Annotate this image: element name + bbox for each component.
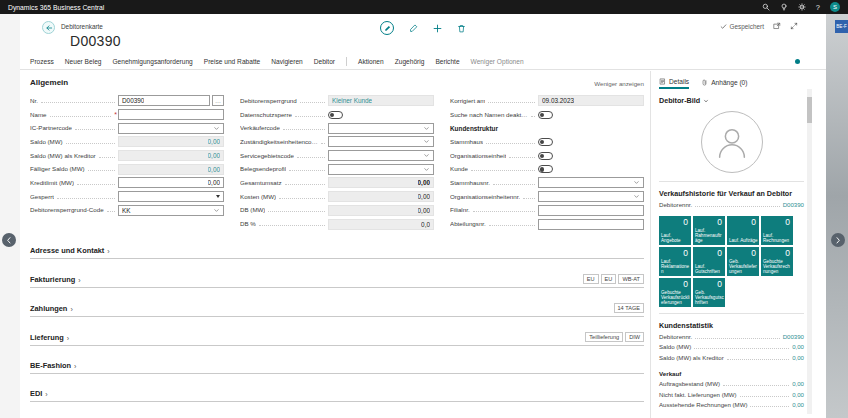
fasttab-general-title[interactable]: Allgemein bbox=[30, 78, 68, 87]
stat-value[interactable]: 0,00 bbox=[792, 391, 804, 398]
cue-tile-lauf-reklamationen[interactable]: 0Lauf. Reklamationen bbox=[659, 247, 691, 276]
stat-value[interactable]: 0,00 bbox=[792, 380, 804, 387]
zustandigkeitseinheitencode-select[interactable] bbox=[328, 136, 434, 147]
ribbon-more-options[interactable]: Weniger Optionen bbox=[471, 58, 524, 65]
cue-count: 0 bbox=[683, 279, 688, 289]
show-less-link[interactable]: Weniger anzeigen bbox=[594, 80, 644, 87]
field-db-mw: DB (MW)0,00 bbox=[240, 204, 434, 218]
ribbon-tab-genehmigungsanforderung[interactable]: Genehmigungsanforderung bbox=[112, 58, 192, 65]
fasttab-be-fashion[interactable]: BE-Fashion› bbox=[30, 361, 644, 374]
cue-tile-geb-verkaufslieferungen[interactable]: 0Geb. Verkaufslieferungen bbox=[727, 247, 759, 276]
personalize-dot-icon[interactable] bbox=[795, 59, 800, 64]
app-window: Dynamics 365 Business Central ? S BE-F D… bbox=[0, 0, 848, 418]
cue-tile-lauf-auftrage[interactable]: 0Lauf. Aufträge bbox=[727, 216, 759, 245]
filialnr-input[interactable] bbox=[538, 205, 644, 216]
fasttab-summary-badge: WB-AT bbox=[618, 274, 644, 284]
servicegebietscode-select[interactable] bbox=[328, 150, 434, 161]
settings-gear-icon[interactable] bbox=[798, 3, 806, 11]
stammhausnr-select[interactable] bbox=[538, 177, 644, 188]
field-gesperrt: Gesperrt bbox=[30, 190, 224, 204]
ic-partnercode-select[interactable] bbox=[118, 123, 224, 134]
cue-tile-lauf-gutschriften[interactable]: 0Lauf. Gutschriften bbox=[693, 247, 725, 276]
suche-nach-namen-deaktivieren-toggle[interactable] bbox=[538, 111, 553, 119]
belegsendeprofil-select[interactable] bbox=[328, 164, 434, 175]
customer-picture-placeholder[interactable] bbox=[701, 111, 763, 173]
fasttab-title: Zahlungen bbox=[30, 304, 67, 313]
fasttab-edi[interactable]: EDI› bbox=[30, 389, 644, 402]
abteilungsnr-input[interactable] bbox=[538, 219, 644, 230]
stat-value[interactable]: D00390 bbox=[783, 333, 804, 340]
factbox-tab-details[interactable]: Details bbox=[659, 75, 689, 89]
stat-value[interactable]: 0,00 bbox=[792, 401, 804, 408]
nr-assist-button[interactable]: … bbox=[212, 95, 224, 106]
ribbon-tab-prozess[interactable]: Prozess bbox=[30, 58, 54, 65]
ribbon-tab-neuer-beleg[interactable]: Neuer Beleg bbox=[65, 58, 102, 65]
expand-icon[interactable] bbox=[790, 22, 798, 30]
organisationseinheitennr-select[interactable] bbox=[538, 191, 644, 202]
field-belegsendeprofil: Belegsendeprofil bbox=[240, 162, 434, 176]
kunde-toggle[interactable] bbox=[538, 165, 553, 173]
stammhaus-toggle[interactable] bbox=[538, 138, 553, 146]
name-input[interactable] bbox=[118, 109, 224, 120]
cue-tile-lauf-angebote[interactable]: 0Lauf. Angebote bbox=[659, 216, 691, 245]
cue-label: Lauf. Reklamationen bbox=[661, 259, 690, 275]
kreditlimit-mw-input[interactable]: 0,00 bbox=[118, 177, 224, 188]
tell-me-lightbulb-icon[interactable] bbox=[780, 3, 788, 11]
ribbon-tab-debitor[interactable]: Debitor bbox=[314, 58, 335, 65]
sales-history-title[interactable]: Verkaufshistorie für Verkauf an Debitor bbox=[659, 189, 804, 198]
back-button[interactable] bbox=[42, 21, 55, 34]
next-record-button[interactable] bbox=[831, 233, 845, 247]
ribbon-tab-berichte[interactable]: Berichte bbox=[435, 58, 459, 65]
previous-record-button[interactable] bbox=[2, 233, 16, 247]
factbox-scrollbar[interactable] bbox=[807, 89, 812, 414]
right-gutter bbox=[826, 14, 848, 418]
search-icon[interactable] bbox=[762, 3, 770, 11]
history-customer-no-value[interactable]: D00390 bbox=[783, 201, 804, 208]
fasttab-lieferung[interactable]: Lieferung›TeillieferungDIW bbox=[30, 332, 644, 346]
fasttab-title: EDI bbox=[30, 389, 42, 398]
fasttab-zahlungen[interactable]: Zahlungen›14 TAGE bbox=[30, 303, 644, 317]
edit-mode-button[interactable] bbox=[380, 21, 394, 35]
stat-row-saldo-mw: Saldo (MW)0,00 bbox=[659, 343, 804, 354]
cue-tile-gebuchte-verkaufsrechnungen[interactable]: 0Gebuchte Verkaufsrechnungen bbox=[761, 247, 793, 276]
gesperrt-select[interactable] bbox=[118, 191, 224, 202]
fasttab-fakturierung[interactable]: Fakturierung›EUEUWB-AT bbox=[30, 274, 644, 288]
field-label-gesperrt: Gesperrt bbox=[30, 193, 118, 201]
stat-label: Nicht fakt. Lieferungen (MW) bbox=[659, 391, 737, 398]
cue-tile-geb-verkaufsgutschriften[interactable]: 0Geb. Verkaufsgutschriften bbox=[693, 278, 725, 307]
ribbon-tab-navigieren[interactable]: Navigieren bbox=[271, 58, 303, 65]
nr-input[interactable]: D00390 bbox=[118, 95, 210, 106]
cue-tile-gebuchte-verkaufsrucklieferungen[interactable]: 0Gebuchte Verkaufsrücklieferungen bbox=[659, 278, 691, 307]
main-column: Allgemein Weniger anzeigen Nr.D00390…Nam… bbox=[20, 71, 650, 418]
factbox-tab-attachments[interactable]: Anhänge (0) bbox=[701, 75, 747, 89]
open-in-window-icon[interactable] bbox=[773, 22, 781, 30]
customer-statistics-title[interactable]: Kundenstatistik bbox=[659, 321, 804, 330]
verkaufercode-select[interactable] bbox=[328, 123, 434, 134]
organisationseinheit-toggle[interactable] bbox=[538, 152, 553, 160]
new-button[interactable] bbox=[433, 24, 442, 33]
datenschutzsperre-toggle[interactable] bbox=[328, 111, 343, 119]
ribbon-tab-zugehorig[interactable]: Zugehörig bbox=[395, 58, 425, 65]
record-toolbar bbox=[380, 21, 466, 35]
ribbon-tab-aktionen[interactable]: Aktionen bbox=[358, 58, 384, 65]
field-label-name: Name* bbox=[30, 111, 118, 119]
stat-value[interactable]: 0,00 bbox=[792, 354, 804, 361]
cue-label: Gebuchte Verkaufsrücklieferungen bbox=[661, 290, 690, 306]
field-label-filialnr: Filialnr. bbox=[450, 206, 538, 214]
edit-button[interactable] bbox=[409, 24, 418, 33]
cue-tile-lauf-rechnungen[interactable]: 0Lauf. Rechnungen bbox=[761, 216, 793, 245]
field-label-kreditlimit-mw: Kreditlimit (MW) bbox=[30, 179, 118, 187]
page-status-area: Gespeichert bbox=[720, 22, 798, 30]
general-form: Nr.D00390…Name*IC-PartnercodeSaldo (MW)0… bbox=[30, 94, 644, 231]
cue-tile-lauf-rahmenauftrage[interactable]: 0Lauf. Rahmenaufträge bbox=[693, 216, 725, 245]
delete-button[interactable] bbox=[457, 24, 466, 33]
customer-picture-title[interactable]: Debitor-Bild bbox=[659, 96, 804, 105]
fasttab-adresse-und-kontakt[interactable]: Adresse und Kontakt› bbox=[30, 246, 644, 259]
ribbon-tab-preise-und-rabatte[interactable]: Preise und Rabatte bbox=[204, 58, 260, 65]
help-icon[interactable]: ? bbox=[816, 3, 820, 12]
stat-value[interactable]: 0,00 bbox=[792, 343, 804, 350]
cue-count: 0 bbox=[751, 217, 756, 227]
debitorensperrgrund-code-select[interactable]: KK bbox=[118, 205, 224, 216]
required-asterisk: * bbox=[114, 111, 117, 118]
user-avatar[interactable]: S bbox=[830, 2, 840, 12]
